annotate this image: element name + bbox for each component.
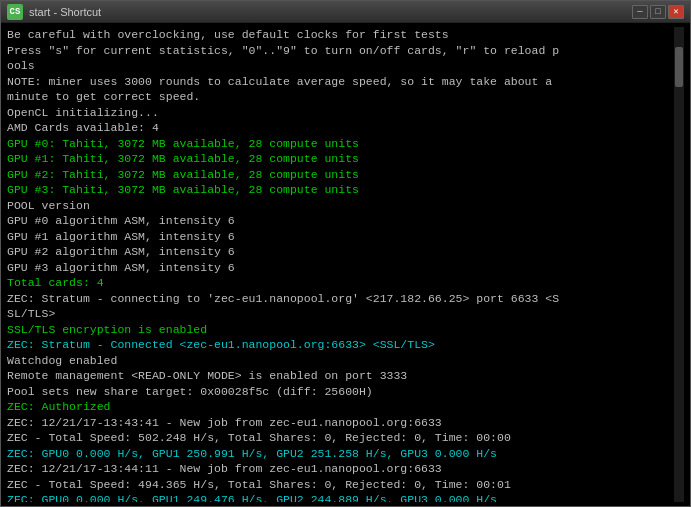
minimize-button[interactable]: ─ [632, 5, 648, 19]
terminal-line: ZEC: Stratum - connecting to 'zec-eu1.na… [7, 291, 674, 307]
window: CS start - Shortcut ─ □ ✕ Be careful wit… [0, 0, 691, 507]
terminal-line: ZEC: GPU0 0.000 H/s, GPU1 249.476 H/s, G… [7, 492, 674, 502]
scrollbar[interactable] [674, 27, 684, 502]
terminal-line: Be careful with overclocking, use defaul… [7, 27, 674, 43]
terminal-line: Press "s" for current statistics, "0".."… [7, 43, 674, 59]
terminal-line: ZEC: 12/21/17-13:43:41 - New job from ze… [7, 415, 674, 431]
terminal-line: NOTE: miner uses 3000 rounds to calculat… [7, 74, 674, 90]
terminal-line: GPU #0 algorithm ASM, intensity 6 [7, 213, 674, 229]
terminal-line: GPU #0: Tahiti, 3072 MB available, 28 co… [7, 136, 674, 152]
terminal-line: GPU #3: Tahiti, 3072 MB available, 28 co… [7, 182, 674, 198]
terminal-line: ZEC - Total Speed: 502.248 H/s, Total Sh… [7, 430, 674, 446]
terminal-line: ools [7, 58, 674, 74]
terminal-line: SL/TLS> [7, 306, 674, 322]
window-title: start - Shortcut [29, 6, 632, 18]
terminal-line: ZEC: Stratum - Connected <zec-eu1.nanopo… [7, 337, 674, 353]
terminal-line: GPU #1: Tahiti, 3072 MB available, 28 co… [7, 151, 674, 167]
scrollbar-thumb[interactable] [675, 47, 683, 87]
terminal-line: AMD Cards available: 4 [7, 120, 674, 136]
terminal-line: POOL version [7, 198, 674, 214]
terminal-line: minute to get correct speed. [7, 89, 674, 105]
close-button[interactable]: ✕ [668, 5, 684, 19]
terminal-output: Be careful with overclocking, use defaul… [7, 27, 674, 502]
terminal: Be careful with overclocking, use defaul… [1, 23, 690, 506]
terminal-line: OpenCL initializing... [7, 105, 674, 121]
window-icon: CS [7, 4, 23, 20]
maximize-button[interactable]: □ [650, 5, 666, 19]
window-controls: ─ □ ✕ [632, 5, 684, 19]
terminal-line: ZEC - Total Speed: 494.365 H/s, Total Sh… [7, 477, 674, 493]
terminal-line: Watchdog enabled [7, 353, 674, 369]
terminal-line: Total cards: 4 [7, 275, 674, 291]
terminal-line: ZEC: GPU0 0.000 H/s, GPU1 250.991 H/s, G… [7, 446, 674, 462]
terminal-line: Pool sets new share target: 0x00028f5c (… [7, 384, 674, 400]
terminal-line: GPU #3 algorithm ASM, intensity 6 [7, 260, 674, 276]
terminal-line: GPU #2 algorithm ASM, intensity 6 [7, 244, 674, 260]
terminal-line: ZEC: 12/21/17-13:44:11 - New job from ze… [7, 461, 674, 477]
titlebar: CS start - Shortcut ─ □ ✕ [1, 1, 690, 23]
terminal-line: GPU #1 algorithm ASM, intensity 6 [7, 229, 674, 245]
terminal-line: Remote management <READ-ONLY MODE> is en… [7, 368, 674, 384]
terminal-line: SSL/TLS encryption is enabled [7, 322, 674, 338]
terminal-line: GPU #2: Tahiti, 3072 MB available, 28 co… [7, 167, 674, 183]
terminal-line: ZEC: Authorized [7, 399, 674, 415]
